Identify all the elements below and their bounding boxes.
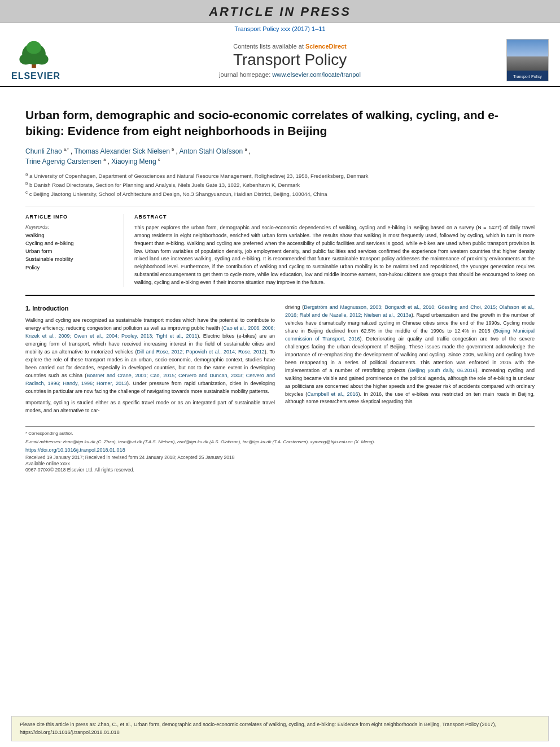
author-xiaoying: Xiaoying Meng [111, 158, 156, 165]
cite-campbell: Campbell et al., 2016 [307, 391, 358, 397]
svg-point-2 [19, 54, 32, 65]
keyword-policy: Policy [25, 264, 116, 272]
abstract-text: This paper explores the urban form, demo… [134, 224, 535, 287]
cover-road [507, 56, 548, 71]
abstract-title: ABSTRACT [134, 214, 535, 220]
elsevier-logo: ELSEVIER [11, 39, 73, 81]
keyword-sustainable: Sustainable mobility [25, 255, 116, 263]
keywords-label: Keywords: [25, 224, 116, 230]
doi-link[interactable]: https://doi.org/10.1016/j.tranpol.2018.0… [25, 447, 535, 453]
intro-para1: Walking and cycling are recognized as su… [25, 317, 275, 395]
cite-cao: Cao et al., 2006, 2006; Krizek et al., 2… [25, 325, 275, 339]
authors-line: Chunli Zhao a,* , Thomas Alexander Sick … [25, 146, 535, 167]
cite-boarnet: Boarnet and Crane, 2001; Cao, 2015; Cerv… [25, 373, 275, 386]
cite-beijing-transport: Beijing Municipal commission of Transpor… [285, 328, 535, 342]
footnote-section: * Corresponding author. E-mail addresses… [25, 426, 535, 473]
affiliation-a: a a University of Copenhagen, Department… [25, 171, 535, 180]
svg-point-4 [27, 41, 42, 54]
cite-dill: Dill and Rose, 2012; Popovich et al., 20… [137, 349, 265, 355]
author-chunli: Chunli Zhao [25, 147, 62, 155]
svg-point-3 [36, 54, 49, 65]
cite-bergstrom: Bergström and Magnusson, 2003; Bongardt … [285, 304, 535, 318]
article-info-abstract-section: ARTICLE INFO Keywords: Walking Cycling a… [25, 207, 535, 287]
email-footnote: E-mail addresses: zhao@ign.ku.dk (C. Zha… [25, 439, 535, 445]
right-para1: driving (Bergström and Magnusson, 2003; … [285, 304, 535, 406]
main-content: Urban form, demographic and socio-econom… [0, 87, 560, 710]
body-columns: 1. Introduction Walking and cycling are … [25, 304, 535, 418]
journal-cover-thumbnail: Transport Policy [506, 39, 549, 81]
journal-title-display: Transport Policy [233, 51, 347, 69]
intro-heading: 1. Introduction [25, 304, 275, 313]
corresponding-note: * Corresponding author. [25, 430, 535, 437]
issn-line: 0967-070X/© 2018 Elsevier Ltd. All right… [25, 467, 535, 473]
contents-line: Contents lists available at ScienceDirec… [233, 43, 347, 50]
homepage-url[interactable]: www.elsevier.com/locate/tranpol [272, 71, 361, 78]
article-in-press-banner: ARTICLE IN PRESS [0, 0, 560, 23]
sciencedirect-link[interactable]: ScienceDirect [305, 43, 347, 50]
affiliation-c: c c Beijing Jiaotong University, School … [25, 189, 535, 198]
keyword-urban-form: Urban form [25, 247, 116, 255]
keyword-cycling: Cycling and e-biking [25, 239, 116, 247]
article-info-title: ARTICLE INFO [25, 214, 116, 220]
abstract-section: ABSTRACT This paper explores the urban f… [134, 214, 535, 287]
author-trine: Trine Agervig Carstensen [25, 158, 102, 165]
author-anton: Anton Stahl Olafsson [179, 147, 243, 155]
paper-title: Urban form, demographic and socio-econom… [25, 107, 535, 139]
keyword-walking: Walking [25, 231, 116, 239]
intro-para2: Importantly, cycling is studied either a… [25, 399, 275, 415]
journal-center: Contents lists available at ScienceDirec… [73, 43, 506, 78]
author-thomas: Thomas Alexander Sick Nielsen [74, 147, 169, 155]
journal-header: ELSEVIER Contents lists available at Sci… [0, 33, 560, 87]
affiliation-b: b b Danish Road Directorate, Section for… [25, 180, 535, 189]
citation-text: Please cite this article in press as: Zh… [20, 721, 540, 736]
body-col-left: 1. Introduction Walking and cycling are … [25, 304, 275, 418]
journal-ref-text: Transport Policy xxx (2017) 1–11 [235, 25, 326, 32]
elsevier-tree-icon [11, 39, 56, 70]
citation-box: Please cite this article in press as: Zh… [11, 716, 549, 741]
article-info-column: ARTICLE INFO Keywords: Walking Cycling a… [25, 214, 124, 287]
available-line: Available online xxxx [25, 461, 535, 466]
journal-homepage-line: journal homepage: www.elsevier.com/locat… [219, 71, 361, 78]
section-divider [25, 295, 535, 296]
banner-text: ARTICLE IN PRESS [209, 5, 351, 19]
cover-title-text: Transport Policy [507, 73, 548, 81]
body-col-right: driving (Bergström and Magnusson, 2003; … [285, 304, 535, 418]
journal-ref-line: Transport Policy xxx (2017) 1–11 [0, 23, 560, 33]
page: ARTICLE IN PRESS Transport Policy xxx (2… [0, 0, 560, 747]
affiliations: a a University of Copenhagen, Department… [25, 171, 535, 199]
cite-beijing-youth: Beijing youth daily, 06.2016 [410, 368, 476, 373]
received-line: Received 19 January 2017; Received in re… [25, 455, 535, 460]
elsevier-label: ELSEVIER [11, 71, 60, 81]
